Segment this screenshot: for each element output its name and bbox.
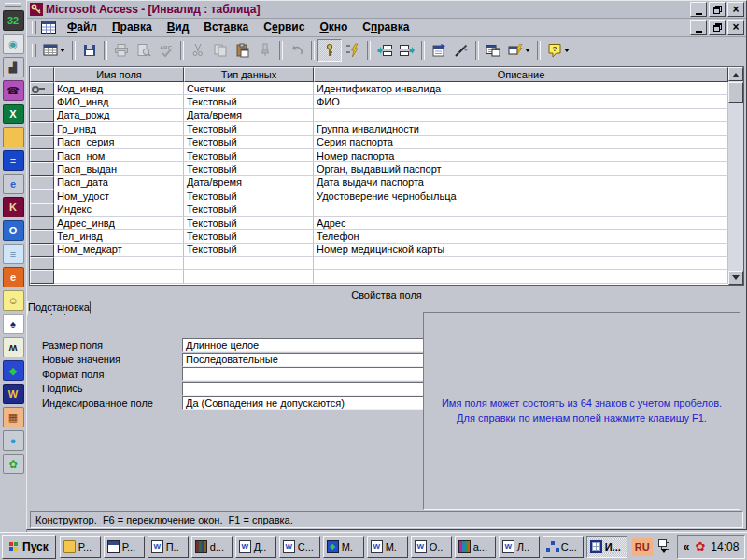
shortcut-icon[interactable]: e <box>3 174 24 194</box>
shortcut-icon[interactable]: ♠ <box>3 314 24 334</box>
property-value-field[interactable] <box>182 367 429 381</box>
taskbar-window-button[interactable]: W М. <box>367 536 408 558</box>
taskbar-window-button[interactable]: a... <box>455 536 496 558</box>
property-value-field[interactable]: Длинное целое <box>182 338 429 352</box>
shortcut-icon[interactable]: ☺ <box>3 290 24 311</box>
new-object-button[interactable] <box>504 40 534 61</box>
grid-row[interactable]: Пасп_дата Дата/время Дата выдачи паспорт… <box>30 176 743 189</box>
description-cell[interactable]: Серия паспорта <box>314 136 728 149</box>
grid-row[interactable]: Пасп_выдан Текстовый Орган, выдавший пас… <box>30 162 743 175</box>
close-button[interactable]: × <box>727 2 744 17</box>
grid-row[interactable]: Код_инвд Счетчик Идентификатор инвалида <box>30 82 743 95</box>
row-selector[interactable] <box>30 257 54 270</box>
primary-key-button[interactable] <box>317 39 342 62</box>
data-type-cell[interactable]: Текстовый <box>184 244 314 257</box>
icq-tray-icon[interactable]: ✿ <box>695 540 705 553</box>
data-type-cell[interactable]: Счетчик <box>184 82 314 95</box>
shortcut-icon[interactable]: ☎ <box>3 80 24 101</box>
property-value-field[interactable] <box>182 382 429 396</box>
shortcut-icon[interactable]: ◉ <box>3 34 24 54</box>
desktop-toggle-icon[interactable] <box>656 538 671 556</box>
vertical-scrollbar[interactable] <box>728 67 743 285</box>
scroll-down-button[interactable] <box>728 271 743 285</box>
data-type-cell[interactable]: Дата/время <box>184 176 314 189</box>
taskbar-window-button[interactable]: Р... <box>60 536 101 558</box>
row-selector[interactable] <box>30 217 54 230</box>
menu-item[interactable]: Окно <box>312 19 355 35</box>
row-selector[interactable] <box>30 82 54 95</box>
taskbar-window-button[interactable]: d... <box>191 536 233 558</box>
menu-item[interactable]: Файл <box>60 19 105 35</box>
field-name-cell[interactable]: Тел_инвд <box>54 230 184 243</box>
child-close-button[interactable]: × <box>727 20 744 35</box>
cut-button[interactable] <box>187 40 209 61</box>
grid-row[interactable]: Ном_удост Текстовый Удостоверение черноб… <box>30 189 743 203</box>
shortcut-icon[interactable]: ≡ <box>3 244 24 264</box>
description-cell[interactable]: Номер паспорта <box>314 149 728 162</box>
scrollbar-thumb[interactable] <box>728 82 743 103</box>
data-type-cell[interactable]: Текстовый <box>184 122 314 135</box>
copy-button[interactable] <box>209 40 232 61</box>
data-type-cell[interactable] <box>184 270 314 283</box>
field-name-cell[interactable] <box>54 270 184 283</box>
description-cell[interactable]: Удостоверение чернобыльца <box>314 189 728 203</box>
row-selector[interactable] <box>30 162 54 175</box>
field-name-cell[interactable]: Гр_инвд <box>54 122 184 135</box>
minimize-button[interactable] <box>690 2 707 17</box>
description-cell[interactable] <box>314 257 728 270</box>
data-type-cell[interactable]: Текстовый <box>184 95 314 108</box>
property-value-field[interactable]: Последовательные <box>182 353 429 367</box>
tray-chevron-button[interactable]: « <box>684 540 690 553</box>
field-name-cell[interactable]: Индекс <box>54 203 184 217</box>
start-button[interactable]: Пуск <box>2 535 56 559</box>
field-name-cell[interactable]: Пасп_дата <box>54 176 184 189</box>
grid-row[interactable]: Тел_инвд Текстовый Телефон <box>30 230 743 243</box>
shortcut-icon[interactable]: ✿ <box>3 454 24 474</box>
shortcut-icon[interactable]: ≡ <box>3 150 24 171</box>
shortcut-icon[interactable] <box>3 127 24 147</box>
properties-button[interactable] <box>428 40 450 61</box>
title-bar[interactable]: Microsoft Access - [Инвалид : таблица] × <box>27 1 746 19</box>
shortcut-icon[interactable]: K <box>3 197 24 217</box>
data-type-cell[interactable]: Текстовый <box>184 189 314 203</box>
toolbar-handle[interactable] <box>32 44 36 57</box>
taskbar-window-button[interactable]: ◆ М. <box>323 536 364 558</box>
shortcut-icon[interactable]: W <box>3 384 24 404</box>
description-cell[interactable] <box>314 109 728 122</box>
field-name-cell[interactable]: Пасп_ном <box>54 149 184 162</box>
description-cell[interactable]: Орган, выдавший паспорт <box>314 162 728 175</box>
menu-item[interactable]: Сервис <box>256 19 312 35</box>
description-cell[interactable]: Номер медицинской карты <box>314 244 728 257</box>
scroll-up-button[interactable] <box>728 67 743 81</box>
taskbar-window-button[interactable]: И... <box>586 536 627 558</box>
grid-row[interactable]: Гр_инвд Текстовый Группа инвалидности <box>30 122 743 135</box>
field-name-cell[interactable]: Дата_рожд <box>54 109 184 122</box>
row-selector[interactable] <box>30 109 54 122</box>
data-type-cell[interactable] <box>184 257 314 270</box>
field-name-cell[interactable]: Код_инвд <box>54 82 184 95</box>
save-button[interactable] <box>78 40 101 61</box>
paste-button[interactable] <box>232 40 254 61</box>
grid-row[interactable]: ФИО_инвд Текстовый ФИО <box>30 95 743 108</box>
format-painter-button[interactable] <box>254 40 276 61</box>
print-preview-button[interactable] <box>133 40 155 61</box>
row-selector[interactable] <box>30 95 54 108</box>
description-cell[interactable]: Идентификатор инвалида <box>314 82 728 95</box>
spelling-button[interactable]: ABC <box>155 40 177 61</box>
taskbar-window-button[interactable]: С... <box>543 536 584 558</box>
grid-row[interactable]: Адрес_инвд Текстовый Адрес <box>30 217 743 230</box>
data-type-cell[interactable]: Текстовый <box>184 203 314 217</box>
description-cell[interactable]: Телефон <box>314 230 728 243</box>
row-selector[interactable] <box>30 244 54 257</box>
taskbar-window-button[interactable]: W С... <box>279 536 320 558</box>
data-type-cell[interactable]: Дата/время <box>184 109 314 122</box>
row-selector[interactable] <box>30 176 54 189</box>
database-window-button[interactable] <box>482 40 504 61</box>
child-restore-button[interactable] <box>709 20 726 35</box>
insert-rows-button[interactable] <box>374 40 396 61</box>
undo-button[interactable] <box>286 40 308 61</box>
data-type-cell[interactable]: Текстовый <box>184 230 314 243</box>
data-type-cell[interactable]: Текстовый <box>184 217 314 230</box>
description-cell[interactable] <box>314 203 728 217</box>
data-type-cell[interactable]: Текстовый <box>184 162 314 175</box>
